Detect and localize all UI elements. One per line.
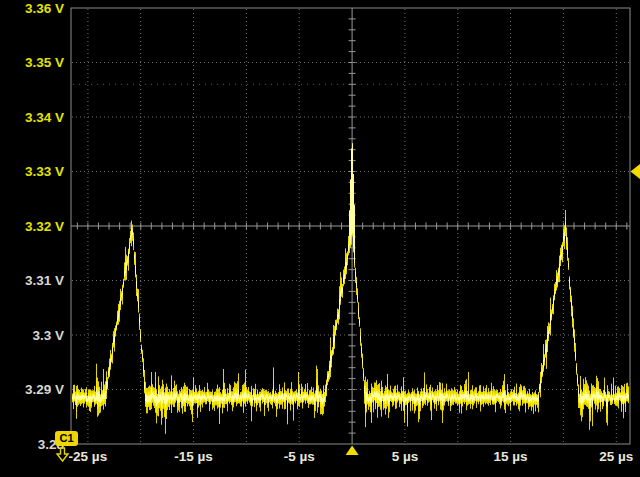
x-axis-label: 25 µs xyxy=(599,449,633,464)
y-axis-label: 3.34 V xyxy=(25,110,64,125)
channel-offset-down-arrow-icon xyxy=(55,447,70,463)
y-axis-label: 3.36 V xyxy=(25,1,64,16)
y-axis-label: 3.31 V xyxy=(25,273,64,288)
waveform-trace-c1 xyxy=(72,144,630,409)
oscilloscope-display: 3.36 V3.35 V3.34 V3.33 V3.32 V3.31 V3.3 … xyxy=(0,0,640,477)
trigger-level-marker[interactable] xyxy=(631,164,640,179)
trigger-position-marker[interactable] xyxy=(346,446,359,456)
x-axis-label: 15 µs xyxy=(494,449,528,464)
y-axis-label: 3.3 V xyxy=(32,328,64,343)
channel-badge[interactable]: C1 xyxy=(55,431,78,446)
x-axis-label: -25 µs xyxy=(69,449,108,464)
x-axis-label: -15 µs xyxy=(174,449,213,464)
y-axis-label: 3.32 V xyxy=(25,219,64,234)
x-axis-label: 5 µs xyxy=(392,449,419,464)
y-axis-label: 3.29 V xyxy=(25,382,64,397)
waveform-plot: 3.36 V3.35 V3.34 V3.33 V3.32 V3.31 V3.3 … xyxy=(0,0,640,477)
x-axis-label: -5 µs xyxy=(284,449,315,464)
y-axis-label: 3.35 V xyxy=(25,55,64,70)
y-axis-label: 3.33 V xyxy=(25,164,64,179)
